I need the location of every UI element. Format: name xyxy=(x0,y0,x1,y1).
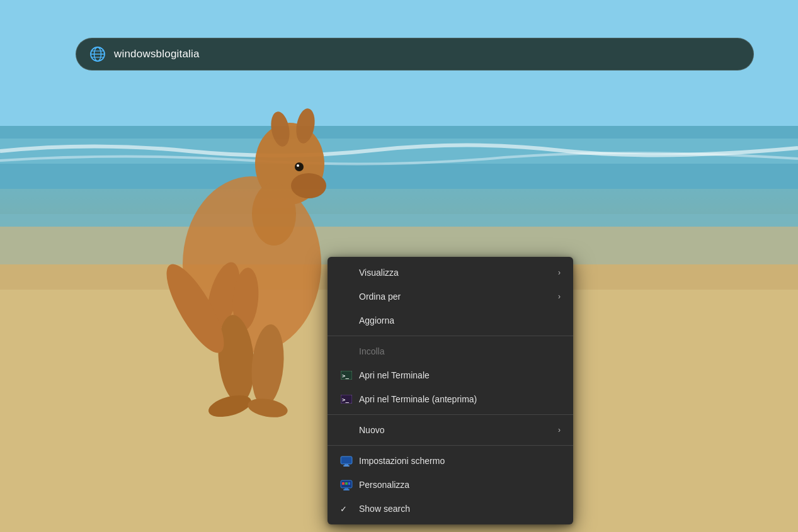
menu-item-apri-terminale-anteprima[interactable]: >_ Apri nel Terminale (anteprima) xyxy=(328,387,573,411)
checkmark-icon: ✓ xyxy=(340,504,353,514)
svg-point-6 xyxy=(297,164,299,167)
svg-text:>_: >_ xyxy=(342,397,349,403)
svg-point-5 xyxy=(295,162,304,171)
separator-2 xyxy=(328,414,573,415)
submenu-arrow-ordina: › xyxy=(558,292,561,301)
context-menu: Visualizza › Ordina per › Aggiorna Incol… xyxy=(328,257,573,524)
menu-item-nuovo[interactable]: Nuovo › xyxy=(328,418,573,442)
terminal-icon: >_ xyxy=(340,369,353,382)
search-bar[interactable]: windowsblogitalia xyxy=(76,38,754,71)
menu-item-incolla[interactable]: Incolla xyxy=(328,339,573,363)
menu-item-ordina-per[interactable]: Ordina per › xyxy=(328,285,573,308)
svg-rect-38 xyxy=(343,489,350,490)
submenu-arrow-nuovo: › xyxy=(558,426,561,434)
menu-item-personalizza[interactable]: Personalizza xyxy=(328,473,573,497)
menu-item-apri-terminale[interactable]: >_ Apri nel Terminale xyxy=(328,363,573,387)
display-settings-icon xyxy=(340,455,353,467)
menu-item-visualizza[interactable]: Visualizza › xyxy=(328,261,573,285)
menu-item-aggiorna[interactable]: Aggiorna xyxy=(328,308,573,332)
svg-rect-34 xyxy=(343,465,350,467)
separator-3 xyxy=(328,445,573,446)
svg-point-4 xyxy=(291,173,326,198)
personalize-icon xyxy=(340,478,353,491)
svg-rect-41 xyxy=(345,482,348,485)
svg-rect-42 xyxy=(348,482,350,485)
search-bar-text: windowsblogitalia xyxy=(114,48,200,60)
svg-text:>_: >_ xyxy=(342,373,349,379)
svg-point-14 xyxy=(246,396,289,421)
submenu-arrow-visualizza: › xyxy=(558,268,561,277)
svg-rect-35 xyxy=(341,457,351,463)
globe-icon xyxy=(89,45,106,63)
terminal-preview-icon: >_ xyxy=(340,393,353,405)
menu-item-show-search[interactable]: ✓ Show search xyxy=(328,497,573,521)
separator-1 xyxy=(328,336,573,336)
svg-point-7 xyxy=(252,183,296,246)
menu-item-impostazioni-schermo[interactable]: Impostazioni schermo xyxy=(328,449,573,473)
svg-rect-40 xyxy=(342,482,345,485)
